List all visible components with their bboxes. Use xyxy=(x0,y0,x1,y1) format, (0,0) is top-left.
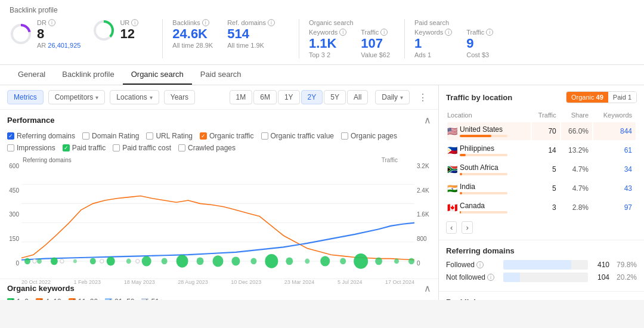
time-range-group: 1M 6M 1Y 2Y 5Y All xyxy=(230,90,369,104)
prev-page-btn[interactable]: ‹ xyxy=(446,221,457,234)
svg-point-35 xyxy=(136,259,140,263)
paid-keywords-value: 1 xyxy=(414,36,452,51)
share-cell-ca: 2.8% xyxy=(561,199,592,216)
keywords-cell-za[interactable]: 34 xyxy=(593,160,636,178)
keywords-cell-in[interactable]: 43 xyxy=(593,180,636,197)
cb-organic-pages[interactable]: Organic pages xyxy=(341,132,397,140)
cb-referring-domains[interactable]: ✓ Referring domains xyxy=(7,132,75,140)
keywords-cell-us[interactable]: 844 xyxy=(593,122,636,140)
org-traffic-info-icon[interactable]: i xyxy=(380,29,388,36)
followed-label: Followed i xyxy=(446,261,500,269)
svg-point-31 xyxy=(408,258,414,265)
kw-filter-1-3[interactable]: 1–3 xyxy=(7,298,29,300)
x-label-4: 28 Aug 2023 xyxy=(178,279,208,285)
ref-row-followed: Followed i 410 79.8% xyxy=(446,260,637,270)
y-axis-right-0: 0 xyxy=(417,260,420,267)
kw-filter-4-10[interactable]: 4–10 xyxy=(36,298,61,300)
interval-btn[interactable]: Daily ▾ xyxy=(375,90,410,104)
cb-impressions[interactable]: Impressions xyxy=(7,144,55,152)
y-axis-right-3k2: 3.2K xyxy=(417,163,429,169)
dr-value: 8 xyxy=(37,26,80,42)
kw-filter-11-20[interactable]: 11–20 xyxy=(69,298,98,300)
kw-filter-4-10-checkbox[interactable] xyxy=(36,298,43,300)
cb-domain-rating[interactable]: Domain Rating xyxy=(82,132,139,140)
cb-paid-traffic-box: ✓ xyxy=(63,144,70,151)
kw-filter-1-3-checkbox[interactable] xyxy=(7,298,14,300)
metrics-btn[interactable]: Metrics xyxy=(7,90,44,104)
kw-filter-21-50-checkbox[interactable] xyxy=(105,298,112,300)
cb-organic-traffic-value[interactable]: Organic traffic value xyxy=(261,132,335,140)
y-axis-right-1k6: 1.6K xyxy=(417,211,429,218)
interval-chevron: ▾ xyxy=(400,94,403,101)
tab-general[interactable]: General xyxy=(10,65,54,85)
cb-organic-traffic-value-box xyxy=(261,132,268,140)
followed-info-icon[interactable]: i xyxy=(476,261,484,268)
organic-paid-toggle: Organic 49 Paid 1 xyxy=(566,91,637,103)
paid-traffic-label: Traffic i xyxy=(466,29,493,36)
more-options-btn[interactable]: ⋮ xyxy=(414,91,431,104)
table-row[interactable]: 🇮🇳 India 5 4.7% 43 xyxy=(447,180,636,197)
svg-point-13 xyxy=(90,258,96,265)
tab-paid-search[interactable]: Paid search xyxy=(192,65,250,85)
cb-organic-traffic[interactable]: ✓ Organic traffic xyxy=(200,132,253,140)
referring-domains-label: Referring domains xyxy=(23,157,72,163)
svg-point-25 xyxy=(305,259,309,264)
time-1m-btn[interactable]: 1M xyxy=(230,90,253,104)
y-axis-left-600: 600 xyxy=(9,163,19,169)
keywords-cell-ca[interactable]: 97 xyxy=(593,199,636,216)
backlinks-info-icon[interactable]: i xyxy=(202,19,209,26)
svg-point-32 xyxy=(33,259,36,263)
share-cell-in: 4.7% xyxy=(561,180,592,197)
country-cell-za: 🇿🇦 South Africa xyxy=(447,160,531,178)
cb-crawled-pages[interactable]: Crawled pages xyxy=(178,144,236,152)
ur-info-icon[interactable]: i xyxy=(131,19,138,26)
location-col-header: Location xyxy=(447,109,531,121)
dr-info-icon[interactable]: i xyxy=(48,19,55,26)
org-keywords-info-icon[interactable]: i xyxy=(339,29,346,36)
svg-point-14 xyxy=(107,256,115,265)
cb-paid-traffic[interactable]: ✓ Paid traffic xyxy=(63,144,106,152)
ref-domains-info-icon[interactable]: i xyxy=(268,19,275,26)
time-5y-btn[interactable]: 5Y xyxy=(324,90,346,104)
table-pagination: ‹ › xyxy=(446,218,637,234)
cb-organic-traffic-box: ✓ xyxy=(200,132,207,140)
backlinks-value: 24.6K xyxy=(172,26,213,42)
time-2y-btn[interactable]: 2Y xyxy=(301,90,323,104)
organic-toggle-btn[interactable]: Organic 49 xyxy=(566,92,608,103)
time-all-btn[interactable]: All xyxy=(347,90,368,104)
paid-traffic-info-icon[interactable]: i xyxy=(486,29,493,36)
tab-organic-search[interactable]: Organic search xyxy=(123,65,192,85)
cb-paid-traffic-cost[interactable]: Paid traffic cost xyxy=(113,144,171,152)
performance-collapse-btn[interactable]: ∧ xyxy=(424,115,431,126)
keywords-cell-ph[interactable]: 61 xyxy=(593,141,636,159)
country-cell-in: 🇮🇳 India xyxy=(447,180,531,197)
time-1y-btn[interactable]: 1Y xyxy=(278,90,300,104)
paid-toggle-btn[interactable]: Paid 1 xyxy=(608,92,636,103)
table-row[interactable]: 🇿🇦 South Africa 5 4.7% xyxy=(447,160,636,178)
svg-point-24 xyxy=(286,257,293,265)
next-page-btn[interactable]: › xyxy=(462,221,472,234)
svg-point-12 xyxy=(73,259,77,263)
cb-url-rating[interactable]: URL Rating xyxy=(146,132,193,140)
kw-filter-51plus-checkbox[interactable] xyxy=(141,298,148,300)
x-label-8: 17 Oct 2024 xyxy=(385,279,414,285)
competitors-btn[interactable]: Competitors ▾ xyxy=(48,90,106,104)
cb-impressions-box xyxy=(7,144,14,151)
table-row[interactable]: 🇵🇭 Philippines 14 13.2% xyxy=(447,141,636,159)
years-btn[interactable]: Years xyxy=(164,90,195,104)
table-row[interactable]: 🇺🇸 United States 70 66.0% xyxy=(447,122,636,140)
kw-filter-51plus[interactable]: 51+ xyxy=(141,298,163,300)
svg-point-26 xyxy=(320,256,330,266)
time-6m-btn[interactable]: 6M xyxy=(253,90,277,104)
tab-backlink-profile[interactable]: Backlink profile xyxy=(54,65,122,85)
not-followed-info-icon[interactable]: i xyxy=(487,274,494,281)
ref-row-not-followed: Not followed i 104 20.2% xyxy=(446,273,637,282)
share-cell-us: 66.0% xyxy=(561,122,592,140)
kw-filter-21-50[interactable]: 21–50 xyxy=(105,298,134,300)
paid-keywords-info-icon[interactable]: i xyxy=(445,29,452,36)
table-row[interactable]: 🇨🇦 Canada 3 2.8% 97 xyxy=(447,199,636,216)
y-axis-right-2k4: 2.4K xyxy=(417,187,429,194)
organic-keywords-collapse-btn[interactable]: ∧ xyxy=(424,283,431,294)
kw-filter-11-20-checkbox[interactable] xyxy=(69,298,76,300)
locations-btn[interactable]: Locations ▾ xyxy=(110,90,159,104)
